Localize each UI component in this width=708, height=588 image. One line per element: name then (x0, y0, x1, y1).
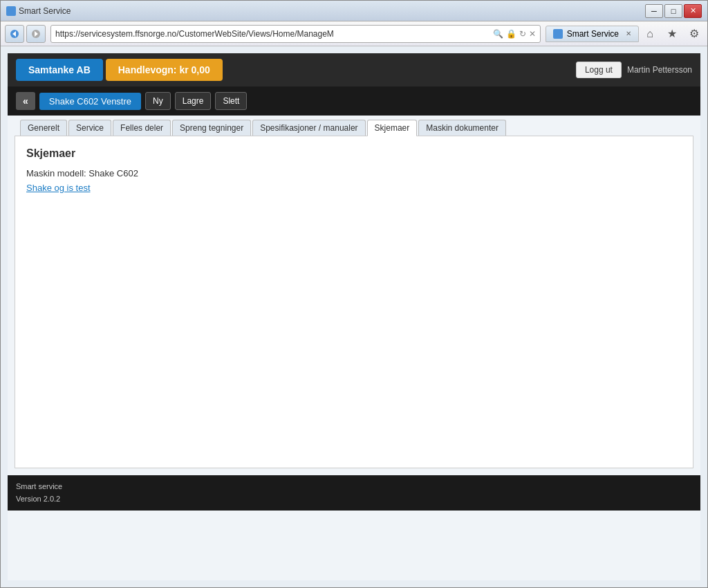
tab-favicon (553, 29, 563, 39)
url-text: https://servicesystem.ffsnorge.no/Custom… (55, 29, 490, 39)
lagre-button[interactable]: Lagre (175, 92, 212, 110)
close-button[interactable]: ✕ (684, 4, 702, 18)
title-bar-left: Smart Service (6, 6, 71, 16)
tab-close-button[interactable]: ✕ (626, 30, 631, 37)
panel-title: Skjemaer (26, 147, 682, 160)
user-name: Martin Pettersson (627, 65, 692, 75)
logout-button[interactable]: Logg ut (576, 62, 622, 78)
search-icon[interactable]: 🔍 (493, 29, 503, 39)
footer-line1: Smart service (16, 481, 692, 493)
content-area: Generelt Service Felles deler Spreng teg… (8, 116, 700, 475)
window-controls: ─ □ ✕ (645, 4, 702, 18)
minimize-button[interactable]: ─ (645, 4, 663, 18)
samtanke-button[interactable]: Samtanke AB (16, 59, 103, 81)
header-left: Samtanke AB Handlevogn: kr 0,00 (16, 59, 223, 81)
tab-generelt[interactable]: Generelt (20, 120, 67, 136)
footer-line2: Version 2.0.2 (16, 493, 692, 506)
back-button[interactable] (5, 25, 24, 43)
tab-bar: Generelt Service Felles deler Spreng teg… (15, 116, 693, 136)
browser-favicon (6, 6, 16, 16)
ny-button[interactable]: Ny (145, 92, 171, 110)
tab-title: Smart Service (567, 29, 619, 39)
maximize-button[interactable]: □ (664, 4, 682, 18)
browser-right-icons: ⌂ ★ ⚙ (641, 25, 703, 43)
window-title: Smart Service (19, 6, 71, 16)
forward-button[interactable] (26, 25, 46, 43)
tab-service[interactable]: Service (68, 120, 111, 136)
tab-maskin-dokumenter[interactable]: Maskin dokumenter (418, 120, 506, 136)
back-arrow-button[interactable]: « (16, 92, 35, 110)
browser-tab[interactable]: Smart Service ✕ (546, 26, 639, 42)
main-panel: Skjemaer Maskin modell: Shake C602 Shake… (15, 136, 693, 468)
app-footer: Smart service Version 2.0.2 (8, 475, 700, 511)
tab-spreng-tegninger[interactable]: Spreng tegninger (172, 120, 251, 136)
header-right: Logg ut Martin Pettersson (576, 62, 692, 78)
lock-icon: 🔒 (506, 29, 516, 39)
app-container: Samtanke AB Handlevogn: kr 0,00 Logg ut … (8, 53, 700, 580)
tab-spesifikasjoner[interactable]: Spesifikasjoner / manualer (252, 120, 365, 136)
app-toolbar: « Shake C602 Venstre Ny Lagre Slett (8, 86, 700, 116)
page-content: Samtanke AB Handlevogn: kr 0,00 Logg ut … (1, 46, 707, 587)
tab-skjemaer[interactable]: Skjemaer (367, 120, 418, 136)
favorites-icon[interactable]: ★ (663, 25, 681, 43)
title-bar: Smart Service ─ □ ✕ (1, 1, 707, 21)
machine-button[interactable]: Shake C602 Venstre (39, 93, 141, 110)
browser-window: Smart Service ─ □ ✕ https://servicesyste… (0, 0, 708, 588)
close-nav-icon[interactable]: ✕ (529, 29, 536, 39)
refresh-icon[interactable]: ↻ (519, 29, 526, 39)
address-bar[interactable]: https://servicesystem.ffsnorge.no/Custom… (50, 25, 541, 43)
browser-nav-bar: https://servicesystem.ffsnorge.no/Custom… (1, 21, 707, 46)
app-header: Samtanke AB Handlevogn: kr 0,00 Logg ut … (8, 53, 700, 86)
settings-icon[interactable]: ⚙ (685, 25, 703, 43)
schema-link[interactable]: Shake og is test (26, 183, 91, 193)
machine-model-label: Maskin modell: Shake C602 (26, 168, 682, 178)
tab-felles-deler[interactable]: Felles deler (113, 120, 171, 136)
cart-button[interactable]: Handlevogn: kr 0,00 (106, 59, 223, 81)
home-icon[interactable]: ⌂ (641, 25, 659, 43)
slett-button[interactable]: Slett (215, 92, 247, 110)
